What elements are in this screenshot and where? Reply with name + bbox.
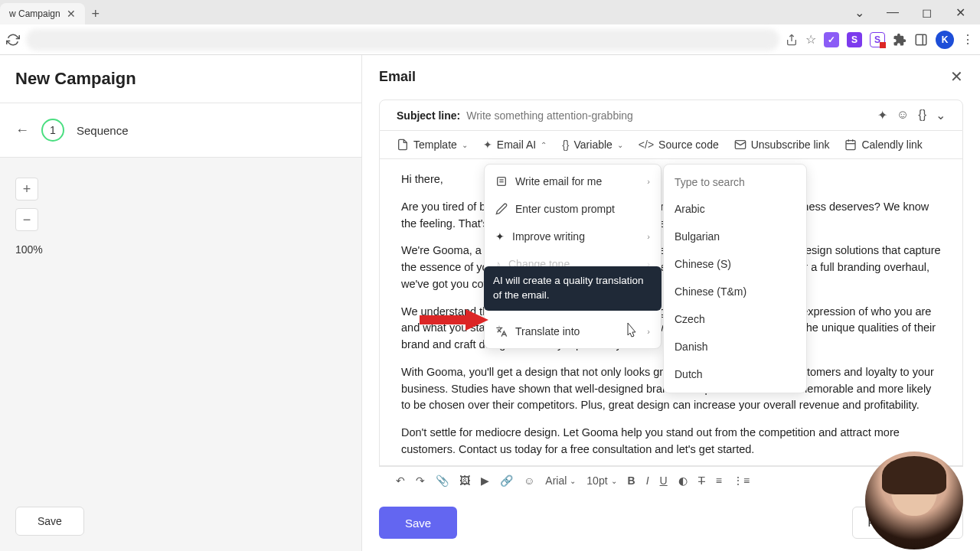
annotation-arrow bbox=[420, 309, 488, 331]
ai-translate-tooltip: AI will create a quality translation of … bbox=[484, 266, 662, 311]
zoom-value: 100% bbox=[15, 243, 43, 256]
share-icon[interactable] bbox=[786, 34, 798, 46]
cursor-pointer-icon bbox=[623, 321, 639, 340]
language-search-input[interactable] bbox=[675, 176, 795, 188]
attachment-icon[interactable]: 📎 bbox=[436, 474, 449, 487]
extensions-puzzle-icon[interactable] bbox=[893, 33, 906, 47]
sequence-step-badge: 1 bbox=[41, 119, 64, 142]
language-option-chinese-tm[interactable]: Chinese (T&m) bbox=[664, 278, 806, 305]
source-code-button[interactable]: </> Source code bbox=[639, 139, 719, 151]
calendly-link-button[interactable]: Calendly link bbox=[844, 139, 922, 151]
chevron-down-icon[interactable]: ⌄ bbox=[936, 108, 946, 122]
numbered-list-icon[interactable]: ⋮≡ bbox=[733, 474, 750, 487]
font-size-select[interactable]: 10pt ⌄ bbox=[586, 474, 616, 487]
window-minimize-icon[interactable]: — bbox=[879, 2, 906, 23]
font-family-select[interactable]: Arial ⌄ bbox=[545, 474, 576, 487]
page-title: New Campaign bbox=[15, 69, 346, 89]
ai-sparkle-icon[interactable]: ✦ bbox=[877, 108, 887, 122]
sidebar-save-button[interactable]: Save bbox=[15, 507, 84, 536]
template-button[interactable]: Template⌄ bbox=[397, 139, 468, 151]
url-input[interactable] bbox=[26, 29, 779, 51]
zoom-out-button[interactable]: − bbox=[15, 208, 38, 231]
emoji-picker-icon[interactable]: ☺ bbox=[524, 474, 534, 487]
language-option-bulgarian[interactable]: Bulgarian bbox=[664, 223, 806, 250]
unsubscribe-link-button[interactable]: Unsubscribe link bbox=[734, 139, 830, 151]
panel-title: Email bbox=[379, 69, 416, 85]
tabs-dropdown-icon[interactable]: ⌄ bbox=[845, 2, 873, 23]
back-arrow-icon[interactable]: ← bbox=[15, 122, 29, 139]
profile-avatar[interactable]: K bbox=[936, 31, 954, 49]
tab-title: w Campaign bbox=[9, 8, 60, 19]
presenter-video-bubble[interactable] bbox=[865, 452, 963, 549]
extension-check-icon[interactable]: ✓ bbox=[824, 32, 839, 47]
variable-braces-icon[interactable]: {} bbox=[918, 108, 926, 122]
link-icon[interactable]: 🔗 bbox=[500, 474, 513, 487]
bullet-list-icon[interactable]: ≡ bbox=[716, 474, 722, 487]
ai-write-email-item[interactable]: Write email for me › bbox=[485, 168, 661, 195]
bold-icon[interactable]: B bbox=[628, 474, 635, 487]
emoji-icon[interactable]: ☺ bbox=[897, 108, 909, 122]
extension-s2-icon[interactable]: S bbox=[870, 32, 885, 47]
new-tab-button[interactable]: + bbox=[85, 3, 106, 24]
save-button[interactable]: Save bbox=[379, 507, 457, 539]
language-option-czech[interactable]: Czech bbox=[664, 305, 806, 333]
italic-icon[interactable]: I bbox=[646, 474, 649, 487]
undo-icon[interactable]: ↶ bbox=[396, 474, 405, 487]
svg-rect-10 bbox=[420, 315, 467, 324]
language-option-arabic[interactable]: Arabic bbox=[664, 195, 806, 223]
window-close-icon[interactable]: ✕ bbox=[946, 2, 974, 23]
ai-custom-prompt-item[interactable]: Enter custom prompt bbox=[485, 195, 661, 223]
subject-label: Subject line: bbox=[397, 109, 460, 122]
text-color-icon[interactable]: ◐ bbox=[678, 474, 688, 487]
campaign-sidebar: New Campaign ← 1 Sequence + − 100% Save bbox=[0, 55, 361, 551]
zoom-in-button[interactable]: + bbox=[15, 178, 38, 201]
browser-toolbar: ☆ ✓ S S K ⋮ bbox=[0, 24, 980, 55]
extension-s1-icon[interactable]: S bbox=[847, 32, 862, 47]
redo-icon[interactable]: ↷ bbox=[416, 474, 425, 487]
editor-toolbar: Template⌄ ✦ Email AI⌃ {} Variable⌄ </> S… bbox=[379, 131, 963, 159]
language-option-danish[interactable]: Danish bbox=[664, 333, 806, 360]
svg-rect-0 bbox=[916, 34, 926, 45]
browser-menu-icon[interactable]: ⋮ bbox=[962, 32, 974, 47]
window-titlebar: w Campaign ✕ + ⌄ — ◻ ✕ bbox=[0, 0, 980, 24]
window-maximize-icon[interactable]: ◻ bbox=[913, 2, 940, 23]
clear-format-icon[interactable]: T̶ bbox=[698, 474, 705, 487]
bookmark-star-icon[interactable]: ☆ bbox=[805, 32, 816, 47]
subject-input[interactable] bbox=[466, 109, 871, 122]
video-icon[interactable]: ▶ bbox=[481, 474, 489, 487]
reload-icon[interactable] bbox=[6, 33, 20, 47]
browser-tab[interactable]: w Campaign ✕ bbox=[0, 3, 85, 24]
svg-rect-3 bbox=[846, 141, 855, 150]
language-submenu: Arabic Bulgarian Chinese (S) Chinese (T&… bbox=[663, 164, 807, 393]
email-paragraph: Don't settle for mediocre design. Let Go… bbox=[401, 425, 941, 458]
image-icon[interactable]: 🖼 bbox=[459, 474, 470, 487]
language-option-chinese-s[interactable]: Chinese (S) bbox=[664, 250, 806, 278]
close-panel-icon[interactable]: ✕ bbox=[950, 67, 963, 86]
svg-marker-11 bbox=[466, 309, 488, 331]
email-ai-button[interactable]: ✦ Email AI⌃ bbox=[483, 139, 547, 151]
variable-button[interactable]: {} Variable⌄ bbox=[562, 139, 623, 151]
sequence-label: Sequence bbox=[77, 124, 129, 137]
side-panel-icon[interactable] bbox=[914, 33, 928, 47]
language-option-dutch[interactable]: Dutch bbox=[664, 360, 806, 388]
underline-icon[interactable]: U bbox=[660, 474, 668, 487]
ai-improve-writing-item[interactable]: ✦ Improve writing › bbox=[485, 223, 661, 250]
tab-close-icon[interactable]: ✕ bbox=[67, 8, 76, 20]
